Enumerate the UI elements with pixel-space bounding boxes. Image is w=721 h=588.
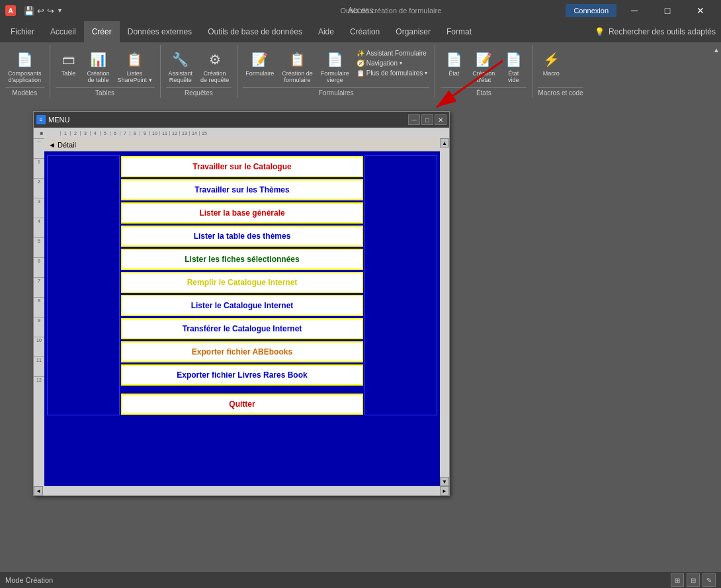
status-mode: Mode Création [5,576,53,584]
status-icon-2[interactable]: ⊟ [687,573,700,587]
status-bar: Mode Création ⊞ ⊟ ✎ [0,572,721,588]
form-close-button[interactable]: ✕ [435,114,446,125]
formulaire-vierge-icon: 📄 [324,49,345,70]
creation-table-icon: 📊 [88,49,109,70]
tab-donnees[interactable]: Données externes [120,21,200,42]
undo-icon[interactable]: ↩ [37,6,44,16]
save-icon[interactable]: 💾 [24,6,34,16]
ribbon-item-composants[interactable]: 📄 Composantsd'application [5,48,44,85]
ribbon-item-plus-formulaires[interactable]: 📋 Plus de formulaires ▾ [355,69,430,77]
btn-exporter-livres-rares[interactable]: Exporter fichier Livres Rares Book [121,364,363,386]
ribbon-item-macro[interactable]: ⚡ Macro [538,48,564,78]
title-bar: A 💾 ↩ ↪ ▼ Access Outils de création de f… [0,0,721,21]
ribbon-item-creation-etat[interactable]: 📝 Créationd'état [470,48,497,85]
ribbon-group-modeles: 📄 Composantsd'application Modèles [0,45,50,98]
scroll-up-button[interactable]: ▲ [440,138,449,147]
ribbon-item-table[interactable]: 🗃 Table [56,48,82,78]
ribbon-item-etat[interactable]: 📄 État [441,48,467,78]
menu-buttons-container: Travailler sur le Catalogue Travailler s… [120,155,364,415]
connexion-button[interactable]: Connexion [566,4,616,17]
etat-vide-icon: 📄 [503,49,524,70]
formulaire-icon: 📝 [249,49,271,70]
group-label-formulaires: Formulaires [243,87,429,98]
ribbon-search-area: 💡 Rechercher des outils adaptés [595,27,721,36]
scrollbar-horizontal-container: ◄ ► [34,486,449,495]
etat-icon: 📄 [443,49,464,70]
form-window: ≡ MENU ─ □ ✕ ■ 1 2 3 4 5 6 7 8 9 10 [33,111,450,496]
assistant-requete-icon: 🔧 [170,49,191,70]
ribbon-group-etats: 📄 État 📝 Créationd'état 📄 Étatvide États [435,45,532,98]
tab-format[interactable]: Format [439,21,480,42]
form-window-icon: ≡ [36,115,46,124]
btn-transferer-catalogue[interactable]: Transférer le Catalogue Internet [121,318,363,339]
ribbon-item-creation-table[interactable]: 📊 Créationde table [85,48,112,85]
form-ruler-left: ─ 1 2 3 4 5 6 7 8 9 10 11 12 [34,138,44,486]
form-minimize-button[interactable]: ─ [408,114,420,125]
btn-travailler-themes[interactable]: Travailler sur les Thèmes [121,179,363,200]
form-window-title: MENU [48,116,69,124]
table-icon: 🗃 [58,49,79,70]
detail-label: ◄ Détail [44,138,440,151]
title-bar-right: Connexion ─ □ ✕ [566,0,716,21]
btn-lister-fiches[interactable]: Lister les fiches sélectionnées [121,249,363,270]
quick-access: 💾 ↩ ↪ ▼ [24,6,63,16]
title-bar-left: A 💾 ↩ ↪ ▼ [5,5,63,16]
group-label-macros: Macros et code [538,87,583,98]
tab-fichier[interactable]: Fichier [3,21,42,42]
macro-icon: ⚡ [540,49,562,70]
ribbon-tabs: Fichier Accueil Créer Données externes O… [0,21,721,42]
status-icon-3[interactable]: ✎ [702,573,716,587]
btn-lister-base[interactable]: Lister la base générale [121,202,363,224]
ribbon-group-tables: 🗃 Table 📊 Créationde table 📋 ListesShare… [50,45,161,98]
ribbon-group-requetes: 🔧 AssistantRequête ⚙ Créationde requête … [161,45,238,98]
ribbon-item-assistant-formulaire[interactable]: ✨ Assistant Formulaire [355,49,430,58]
form-restore-button[interactable]: □ [421,114,433,125]
quick-access-dropdown[interactable]: ▼ [57,7,63,14]
ribbon-group-macros: ⚡ Macro Macros et code [532,45,588,98]
ribbon-item-formulaire-vierge[interactable]: 📄 Formulairevierge [318,48,352,85]
tab-creer[interactable]: Créer [84,21,120,42]
group-label-etats: États [441,87,527,98]
ribbon-item-listes[interactable]: 📋 ListesSharePoint ▾ [115,48,155,85]
status-icon-1[interactable]: ⊞ [671,573,684,587]
plus-formulaires-icon: 📋 [357,69,364,77]
scroll-down-button[interactable]: ▼ [440,477,449,486]
form-body: ─ 1 2 3 4 5 6 7 8 9 10 11 12 ◄ Détail [34,138,449,486]
ribbon-item-creation-formulaire[interactable]: 📋 Création deformulaire [279,48,316,85]
btn-lister-catalogue[interactable]: Lister le Catalogue Internet [121,295,363,316]
ribbon-item-assistant-requete[interactable]: 🔧 AssistantRequête [166,48,196,85]
ribbon-collapse[interactable]: ▲ [712,45,721,98]
btn-lister-themes[interactable]: Lister la table des thèmes [121,226,363,247]
close-button[interactable]: ✕ [685,0,716,21]
ruler-mark: 1 [60,131,70,136]
ribbon-content: 📄 Composantsd'application Modèles 🗃 Tabl… [0,42,721,101]
creation-requete-icon: ⚙ [204,49,226,70]
lightbulb-icon: 💡 [595,27,605,36]
scroll-right-button[interactable]: ► [440,486,449,495]
ribbon-item-formulaire[interactable]: 📝 Formulaire [243,48,276,78]
tab-accueil[interactable]: Accueil [42,21,84,42]
btn-exporter-abebooks[interactable]: Exporter fichier ABEbooks [121,341,363,362]
minimize-button[interactable]: ─ [619,0,650,21]
scrollbar-vertical[interactable]: ▲ ▼ [440,138,449,486]
btn-travailler-catalogue[interactable]: Travailler sur le Catalogue [121,156,363,177]
composants-icon: 📄 [14,49,35,70]
redo-icon[interactable]: ↪ [47,6,54,16]
app-icon: A [5,5,16,16]
main-area: ≡ MENU ─ □ ✕ ■ 1 2 3 4 5 6 7 8 9 10 [0,101,721,572]
btn-quitter[interactable]: Quitter [121,394,363,415]
tab-creation[interactable]: Création [342,21,388,42]
assistant-formulaire-icon: ✨ [357,50,364,57]
tab-outils[interactable]: Outils de base de données [200,21,310,42]
maximize-button[interactable]: □ [652,0,683,21]
ribbon-item-creation-requete[interactable]: ⚙ Créationde requête [198,48,232,85]
ribbon-item-navigation[interactable]: 🧭 Navigation ▾ [355,59,430,67]
btn-remplir-catalogue[interactable]: Remplir le Catalogue Internet [121,272,363,293]
tab-aide[interactable]: Aide [310,21,342,42]
tab-organiser[interactable]: Organiser [388,21,439,42]
form-ruler-top: ■ 1 2 3 4 5 6 7 8 9 10 11 12 13 14 15 [34,128,449,138]
scroll-left-button[interactable]: ◄ [34,486,43,495]
group-label-requetes: Requêtes [166,87,232,98]
navigation-icon: 🧭 [357,60,364,67]
ribbon-item-etat-vide[interactable]: 📄 Étatvide [500,48,527,85]
